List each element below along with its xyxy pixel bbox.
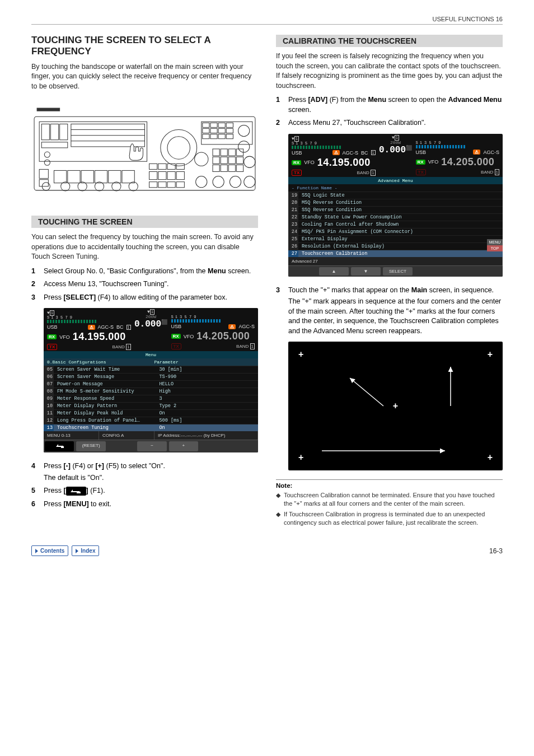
svg-rect-60: [228, 149, 235, 156]
svg-rect-68: [228, 165, 235, 172]
svg-rect-55: [167, 182, 175, 188]
svg-rect-48: [176, 164, 184, 170]
svg-rect-17: [68, 171, 80, 183]
svg-rect-62: [213, 157, 219, 164]
svg-rect-58: [213, 149, 219, 156]
svg-point-57: [195, 152, 208, 166]
svg-rect-30: [203, 129, 209, 133]
svg-rect-36: [218, 134, 225, 139]
svg-rect-56: [176, 182, 184, 188]
svg-point-73: [244, 156, 255, 167]
steps-list-2: 4Press [-] (F4) or [+] (F5) to select "O…: [31, 461, 258, 509]
svg-rect-29: [226, 123, 233, 128]
steps-list-3: 1Press [ADV] (F) from the Menu screen to…: [276, 95, 503, 128]
radio-illustration: [31, 100, 258, 201]
svg-rect-19: [95, 171, 107, 183]
svg-point-72: [229, 176, 241, 188]
svg-rect-13: [39, 170, 48, 179]
steps-list-1: 1Select Group No. 0, "Basic Configuratio…: [31, 267, 258, 303]
svg-rect-37: [226, 134, 233, 139]
svg-rect-21: [122, 171, 134, 183]
svg-rect-32: [218, 129, 225, 133]
svg-rect-59: [221, 149, 227, 156]
svg-rect-27: [210, 123, 217, 128]
steps-list-4: 3 Touch the "+" marks that appear on the…: [276, 286, 503, 337]
page-number: 16-3: [489, 547, 503, 555]
svg-rect-5: [60, 124, 68, 140]
svg-rect-4: [50, 124, 58, 140]
svg-rect-66: [213, 165, 219, 172]
right-column: CALIBRATING THE TOUCHSCREEN If you feel …: [276, 35, 503, 529]
svg-point-7: [44, 152, 50, 157]
svg-rect-46: [158, 164, 166, 170]
svg-point-23: [161, 130, 197, 166]
touching-screen-body: You can select the frequency by touching…: [31, 232, 258, 262]
svg-rect-1: [37, 108, 60, 111]
svg-rect-18: [81, 171, 93, 183]
calibrating-heading: CALIBRATING THE TOUCHSCREEN: [276, 35, 503, 47]
svg-rect-34: [203, 134, 209, 139]
svg-rect-67: [221, 165, 227, 172]
svg-rect-76: [77, 492, 81, 493]
svg-point-8: [44, 160, 50, 165]
calibrating-body: If you feel the screen is falsely recogn…: [276, 52, 503, 91]
touching-screen-heading: TOUCHING THE SCREEN: [31, 216, 258, 228]
svg-point-38: [238, 125, 250, 137]
svg-rect-69: [237, 165, 243, 172]
left-title: TOUCHING THE SCREEN TO SELECT A FREQUENC…: [31, 35, 258, 58]
svg-rect-3: [41, 124, 49, 140]
left-intro: By touching the bandscope or waterfall o…: [31, 62, 258, 92]
svg-rect-65: [237, 157, 243, 164]
index-button[interactable]: Index: [72, 545, 99, 556]
svg-rect-51: [167, 172, 175, 180]
contents-button[interactable]: Contents: [31, 545, 68, 556]
svg-point-74: [244, 176, 255, 188]
svg-rect-35: [210, 134, 217, 139]
svg-rect-16: [54, 171, 67, 183]
svg-rect-50: [158, 172, 166, 180]
svg-rect-54: [158, 182, 166, 188]
svg-point-70: [196, 176, 207, 188]
svg-rect-28: [218, 123, 225, 128]
menu-side-tab: MENU TOP: [487, 239, 503, 251]
svg-rect-26: [203, 123, 209, 128]
svg-rect-49: [149, 172, 157, 180]
svg-point-71: [213, 176, 224, 188]
menu-back-icon: [66, 487, 86, 496]
svg-line-77: [350, 378, 383, 406]
left-column: TOUCHING THE SCREEN TO SELECT A FREQUENC…: [31, 35, 258, 529]
svg-rect-33: [226, 129, 233, 133]
page-header: USEFUL FUNCTIONS 16: [31, 16, 503, 25]
menu-screenshot-1: ▼1 S1 3 5 7 9 USB ⚠ AGC-S BC1 RX VFO: [44, 308, 258, 452]
svg-rect-53: [149, 182, 157, 188]
svg-point-39: [238, 141, 250, 152]
note-block: Note: ◆Touchscreen Calibration cannot be…: [276, 479, 503, 526]
calibration-diagram: + + + + +: [288, 342, 503, 470]
svg-rect-6: [41, 142, 68, 148]
svg-rect-64: [228, 157, 235, 164]
svg-rect-45: [149, 164, 157, 170]
svg-rect-52: [176, 172, 184, 180]
svg-rect-75: [61, 446, 64, 448]
svg-rect-63: [221, 157, 227, 164]
svg-point-24: [167, 137, 190, 160]
svg-rect-20: [109, 171, 121, 183]
menu-screenshot-2: ▼1 S1 3 5 7 9 USB ⚠AGC-S BC1 RXVFO14.195…: [288, 134, 503, 277]
svg-rect-31: [210, 129, 217, 133]
